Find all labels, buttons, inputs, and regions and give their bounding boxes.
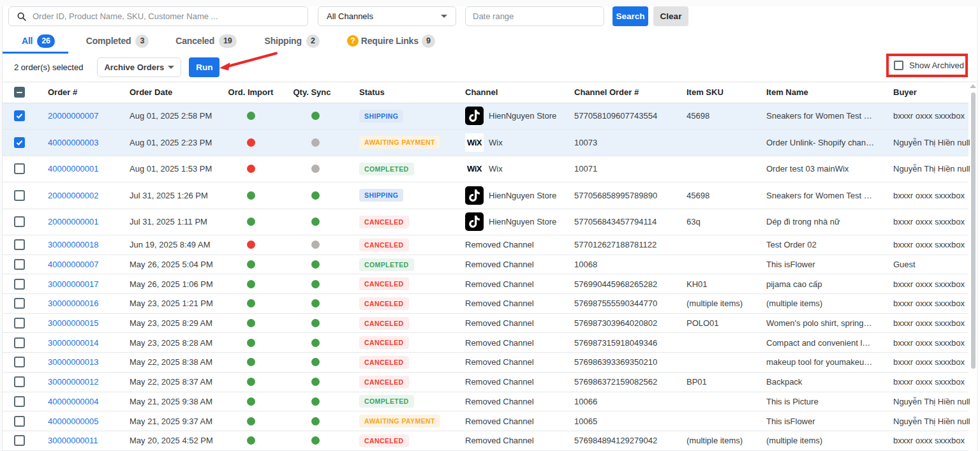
- ord-import-green-dot-icon: [247, 417, 255, 425]
- table-row: 30000000015May 23, 2025 8:29 AMCANCELEDR…: [3, 314, 969, 334]
- status-badge: SHIPPING: [359, 189, 403, 202]
- item-sku-cell: BP01: [687, 377, 766, 387]
- tab-all[interactable]: All 26: [3, 31, 68, 54]
- row-checkbox[interactable]: [14, 376, 25, 387]
- order-number-link[interactable]: 40000000007: [48, 260, 99, 269]
- select-all-checkbox[interactable]: [14, 87, 25, 98]
- row-checkbox-cell: [3, 137, 48, 148]
- channel-name: Wix: [489, 164, 503, 174]
- tab-canceled[interactable]: Canceled 19: [156, 31, 245, 54]
- order-number-link[interactable]: 20000000001: [48, 217, 99, 226]
- item-name-cell: Sneakers for Women Test …: [766, 111, 893, 121]
- buyer-cell: bxxxr oxxx sxxxbox: [893, 240, 969, 249]
- tiktok-icon: [465, 186, 484, 205]
- order-number-link[interactable]: 30000000015: [48, 318, 99, 328]
- search-input[interactable]: [33, 11, 300, 21]
- row-checkbox[interactable]: [14, 298, 25, 309]
- row-checkbox-cell: [3, 190, 48, 201]
- channel-name: Removed Channel: [465, 338, 534, 348]
- status-cell: CANCELED: [335, 336, 465, 349]
- question-mark-icon: ?: [347, 35, 359, 47]
- tab-shipping[interactable]: Shipping 2: [246, 31, 339, 54]
- order-date-cell: May 23, 2025 8:29 AM: [130, 318, 212, 328]
- channel-select[interactable]: All Channels: [318, 6, 456, 26]
- ord-import-green-dot-icon: [247, 299, 255, 307]
- clear-button[interactable]: Clear: [653, 6, 688, 26]
- row-checkbox[interactable]: [14, 190, 25, 201]
- buyer-cell: bxxxr oxxx sxxxbox: [893, 191, 969, 200]
- ord-import-red-dot-icon: [247, 240, 255, 249]
- scroll-up-icon[interactable]: [970, 84, 976, 88]
- order-number-cell: 30000000017: [48, 279, 130, 289]
- order-number-link[interactable]: 30000000014: [48, 338, 99, 348]
- item-sku-cell: KH01: [687, 279, 766, 289]
- buyer-cell: bxxxr oxxx sxxxbox: [893, 318, 969, 328]
- qty-sync-cell: [289, 436, 335, 445]
- row-checkbox[interactable]: [14, 357, 25, 367]
- order-number-link[interactable]: 20000000007: [48, 111, 99, 121]
- order-number-link[interactable]: 40000000005: [48, 417, 99, 426]
- order-number-link[interactable]: 30000000012: [48, 377, 99, 387]
- date-range-input[interactable]: [465, 6, 604, 26]
- status-badge: CANCELED: [359, 434, 409, 447]
- scrollbar-thumb[interactable]: [971, 92, 976, 369]
- channel-name: HienNguyen Store: [489, 111, 556, 121]
- row-checkbox-cell: [3, 239, 48, 250]
- table-row: 30000000016May 23, 2025 1:21 PMCANCELEDR…: [3, 294, 969, 314]
- show-archived-checkbox[interactable]: [894, 61, 903, 70]
- order-date-cell: Aug 01, 2025 2:23 PM: [130, 138, 212, 147]
- col-header-order-date: Order Date: [130, 87, 212, 97]
- tab-canceled-label: Canceled: [175, 36, 214, 46]
- row-checkbox[interactable]: [14, 163, 25, 174]
- status-badge: CANCELED: [359, 376, 409, 388]
- order-number-link[interactable]: 20000000002: [48, 191, 99, 200]
- ord-import-cell: [212, 378, 289, 386]
- status-cell: CANCELED: [335, 277, 465, 290]
- ord-import-cell: [212, 339, 289, 347]
- row-checkbox[interactable]: [14, 239, 25, 250]
- row-checkbox[interactable]: [14, 337, 25, 348]
- row-checkbox-cell: [3, 259, 48, 270]
- channel-name: Removed Channel: [465, 357, 534, 367]
- row-checkbox[interactable]: [14, 137, 25, 148]
- status-badge: CANCELED: [359, 239, 409, 251]
- channel-order-cell: 10071: [574, 164, 687, 174]
- show-archived-highlight-box[interactable]: Show Archived: [886, 54, 968, 77]
- channel-name: Removed Channel: [465, 436, 534, 445]
- buyer-cell: Nguyễn Thị Hiền null: [893, 138, 970, 147]
- tab-require-links[interactable]: ? Require Links 9: [339, 31, 445, 54]
- row-checkbox[interactable]: [14, 259, 25, 270]
- order-number-link[interactable]: 30000000013: [48, 357, 99, 367]
- row-checkbox[interactable]: [14, 396, 25, 407]
- channel-order-cell: 576984894129279042: [574, 436, 687, 445]
- order-number-link[interactable]: 40000000001: [48, 164, 99, 174]
- qty-sync-cell: [289, 280, 335, 288]
- archive-orders-dropdown[interactable]: Archive Orders: [97, 57, 181, 77]
- row-checkbox[interactable]: [14, 110, 25, 121]
- order-number-link[interactable]: 40000000003: [48, 138, 99, 147]
- channel-order-cell: 10068: [574, 260, 687, 269]
- order-date-cell: Aug 01, 2025 2:58 PM: [130, 111, 212, 121]
- qty-sync-green-dot-icon: [311, 260, 320, 269]
- order-number-link[interactable]: 30000000016: [48, 299, 99, 308]
- run-button[interactable]: Run: [189, 57, 219, 77]
- row-checkbox[interactable]: [14, 435, 25, 446]
- row-checkbox[interactable]: [14, 416, 25, 427]
- ord-import-cell: [212, 397, 289, 406]
- order-date-cell: May 21, 2025 9:37 AM: [130, 417, 212, 426]
- table-scrollbar[interactable]: [969, 82, 977, 451]
- tab-all-count: 26: [37, 34, 55, 48]
- search-button[interactable]: Search: [612, 6, 648, 26]
- row-checkbox[interactable]: [14, 216, 25, 227]
- order-number-link[interactable]: 30000000017: [48, 279, 99, 289]
- table-row: 30000000011May 20, 2025 4:52 PMCANCELEDR…: [3, 431, 969, 451]
- tab-completed[interactable]: Completed 3: [68, 31, 157, 54]
- order-number-link[interactable]: 40000000004: [48, 397, 99, 406]
- order-number-cell: 40000000007: [48, 260, 130, 269]
- order-number-link[interactable]: 30000000011: [48, 436, 98, 445]
- order-number-link[interactable]: 30000000018: [48, 240, 99, 249]
- channel-order-cell: 577056843457794114: [574, 217, 687, 226]
- row-checkbox[interactable]: [14, 318, 25, 329]
- row-checkbox[interactable]: [14, 279, 25, 290]
- status-cell: CANCELED: [335, 317, 465, 330]
